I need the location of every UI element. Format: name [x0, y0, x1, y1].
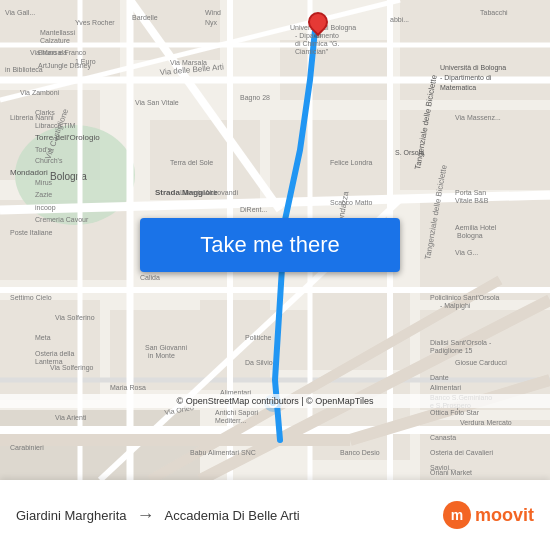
svg-text:Osteria dei Cavalieri: Osteria dei Cavalieri	[430, 449, 493, 456]
svg-text:Savioi...: Savioi...	[430, 464, 455, 471]
svg-text:Settimo Cielo: Settimo Cielo	[10, 294, 52, 301]
svg-text:Zazie: Zazie	[35, 191, 52, 198]
svg-text:Mondadori: Mondadori	[10, 168, 48, 177]
svg-text:Via Arienti: Via Arienti	[55, 414, 87, 421]
svg-text:Dialisi Sant'Orsola -: Dialisi Sant'Orsola -	[430, 339, 492, 346]
svg-text:Meta: Meta	[35, 334, 51, 341]
svg-text:m: m	[451, 507, 463, 523]
svg-text:Felice Londra: Felice Londra	[330, 159, 373, 166]
svg-text:Università di Bologna: Università di Bologna	[440, 64, 506, 72]
svg-text:Da Silvio: Da Silvio	[245, 359, 273, 366]
svg-text:Alimentari: Alimentari	[430, 384, 462, 391]
svg-text:Church's: Church's	[35, 157, 63, 164]
svg-text:Policlinico Sant'Orsola: Policlinico Sant'Orsola	[430, 294, 500, 301]
svg-text:Libreria Aldrovandi: Libreria Aldrovandi	[180, 189, 238, 196]
svg-text:Via Solferino: Via Solferino	[55, 314, 95, 321]
moovit-logo: m moovit	[443, 501, 534, 529]
svg-text:S. Orsola: S. Orsola	[395, 149, 424, 156]
moovit-logo-icon: m	[443, 501, 471, 529]
svg-text:Porta San: Porta San	[455, 189, 486, 196]
svg-text:Via Zamboni: Via Zamboni	[20, 89, 60, 96]
svg-text:Yves Rocher: Yves Rocher	[75, 19, 115, 26]
svg-text:Mantellassi: Mantellassi	[40, 29, 75, 36]
svg-text:DiRent...: DiRent...	[240, 206, 267, 213]
svg-text:Cremeria Cavour: Cremeria Cavour	[35, 216, 89, 223]
svg-text:Ciamician": Ciamician"	[295, 48, 329, 55]
svg-text:Clarks: Clarks	[35, 109, 55, 116]
svg-text:Tabacchi: Tabacchi	[480, 9, 508, 16]
svg-text:Torre dell'Orologio: Torre dell'Orologio	[35, 133, 100, 142]
svg-text:Terra del Sole: Terra del Sole	[170, 159, 213, 166]
svg-text:Libracco TIM: Libracco TIM	[35, 122, 75, 129]
svg-text:Dante: Dante	[430, 374, 449, 381]
svg-text:in Biblioteca: in Biblioteca	[5, 66, 43, 73]
svg-text:Poste Italiane: Poste Italiane	[10, 229, 53, 236]
svg-text:- Dipartimento di: - Dipartimento di	[440, 74, 492, 82]
bottom-bar: Giardini Margherita → Accademia Di Belle…	[0, 480, 550, 550]
svg-text:Giosue Carducci: Giosue Carducci	[455, 359, 507, 366]
route-from: Giardini Margherita	[16, 508, 127, 523]
svg-text:abbi...: abbi...	[390, 16, 409, 23]
svg-text:San Giovanni: San Giovanni	[145, 344, 187, 351]
svg-text:- Malpighi: - Malpighi	[440, 302, 471, 310]
route-arrow: →	[137, 505, 155, 526]
svg-text:Mediterr...: Mediterr...	[215, 417, 246, 424]
svg-text:incoop: incoop	[35, 204, 56, 212]
svg-text:Maria Rosa: Maria Rosa	[110, 384, 146, 391]
take-me-there-button[interactable]: Take me there	[140, 218, 400, 272]
svg-text:Bruno e Franco: Bruno e Franco	[38, 49, 86, 56]
svg-text:Bardelle: Bardelle	[132, 14, 158, 21]
svg-text:Tod's: Tod's	[35, 146, 52, 153]
svg-text:Mirus: Mirus	[35, 179, 53, 186]
svg-text:Canasta: Canasta	[430, 434, 456, 441]
map-attribution: © OpenStreetMap contributors | © OpenMap…	[0, 394, 550, 408]
svg-text:Bologna: Bologna	[457, 232, 483, 240]
svg-text:Antichi Sapori: Antichi Sapori	[215, 409, 259, 417]
svg-text:Lanterna: Lanterna	[35, 358, 63, 365]
svg-text:Verdura Mercato: Verdura Mercato	[460, 419, 512, 426]
svg-text:Aemilia Hotel: Aemilia Hotel	[455, 224, 497, 231]
svg-text:Via Solferingo: Via Solferingo	[50, 364, 94, 372]
svg-text:Calzature: Calzature	[40, 37, 70, 44]
moovit-text: moovit	[475, 505, 534, 526]
svg-text:Vitale B&B: Vitale B&B	[455, 197, 489, 204]
svg-text:Wind: Wind	[205, 9, 221, 16]
svg-text:Babu Alimentari SNC: Babu Alimentari SNC	[190, 449, 256, 456]
svg-text:ArtJungle Disney: ArtJungle Disney	[38, 62, 91, 70]
svg-text:Via San Vitale: Via San Vitale	[135, 99, 179, 106]
svg-text:Carabinieri: Carabinieri	[10, 444, 44, 451]
destination-marker	[308, 12, 328, 38]
svg-text:Via Massenz...: Via Massenz...	[455, 114, 501, 121]
map-container: Bologna Via delle Belle Arti Via Marsala…	[0, 0, 550, 480]
svg-text:Banco Desio: Banco Desio	[340, 449, 380, 456]
svg-text:Osteria della: Osteria della	[35, 350, 74, 357]
svg-text:Via Gall...: Via Gall...	[5, 9, 35, 16]
svg-text:in Monte: in Monte	[148, 352, 175, 359]
svg-text:di Chimica "G.: di Chimica "G.	[295, 40, 340, 47]
svg-text:Scacco Matto: Scacco Matto	[330, 199, 373, 206]
svg-text:Ottica Foto Star: Ottica Foto Star	[430, 409, 480, 416]
svg-text:Matematica: Matematica	[440, 84, 476, 91]
svg-text:Calida: Calida	[140, 274, 160, 281]
svg-text:Bagno 28: Bagno 28	[240, 94, 270, 102]
svg-text:Via G...: Via G...	[455, 249, 478, 256]
svg-text:Politiche: Politiche	[245, 334, 272, 341]
route-to: Accademia Di Belle Arti	[165, 508, 300, 523]
svg-text:Via Marsala: Via Marsala	[170, 59, 207, 66]
svg-text:Padiglione 15: Padiglione 15	[430, 347, 473, 355]
svg-text:Nyx: Nyx	[205, 19, 218, 27]
